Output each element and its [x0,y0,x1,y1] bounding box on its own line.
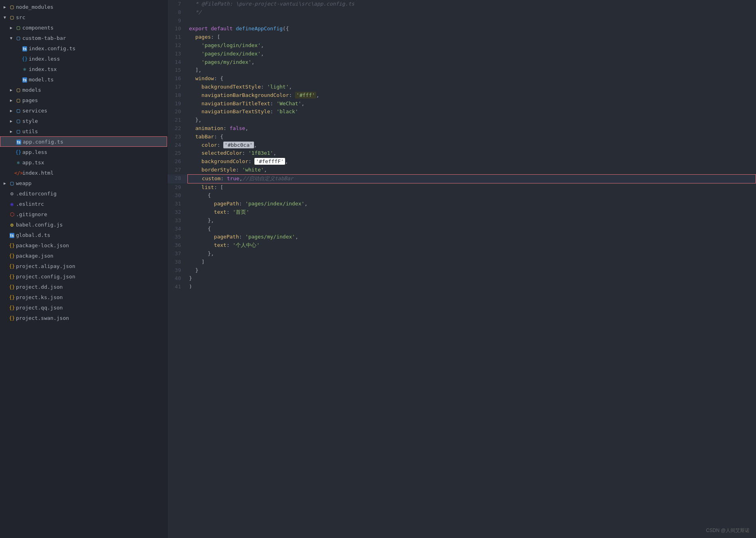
line-number: 29 [167,183,187,192]
line-content: custom: true,//启动自定义tabBar [187,174,756,183]
line-content: ) [187,283,756,291]
line-number: 11 [167,33,187,41]
tree-item-label: .eslintrc [16,201,167,207]
sidebar-item-utils[interactable]: ▶▢utils [0,126,167,136]
sidebar-item-index.tsx[interactable]: ⚛index.tsx [0,64,167,74]
line-number: 8 [167,8,187,17]
sidebar-item-src[interactable]: ▼▢src [0,12,167,22]
line-content: }, [187,217,756,225]
file-icon: {} [8,315,16,321]
sidebar-item-project.dd.json[interactable]: {}project.dd.json [0,282,167,292]
sidebar-item-app.less[interactable]: {}app.less [0,147,167,157]
sidebar-item-index.config.ts[interactable]: tsindex.config.ts [0,43,167,53]
sidebar-item-package.json[interactable]: {}package.json [0,250,167,261]
sidebar-item-babel.config.js[interactable]: ❂babel.config.js [0,219,167,230]
file-icon: {} [8,263,16,269]
code-editor: 7 * @FilePath: \pure-project-vantui\src\… [167,0,756,538]
sidebar-item-services[interactable]: ▶▢services [0,105,167,116]
sidebar-item-index.html[interactable]: </>index.html [0,168,167,178]
line-content: 'pages/index/index', [187,50,756,58]
line-content: navigationBarTextStyle: 'black' [187,108,756,116]
line-number: 38 [167,258,187,266]
tree-item-label: project.ks.json [16,294,167,300]
file-icon: {} [8,252,16,259]
tree-item-label: app.config.ts [23,139,167,145]
line-content: borderStyle: 'white', [187,166,756,174]
line-number: 40 [167,274,187,283]
code-line-11: 11 pages: [ [167,33,756,41]
line-content: export default defineAppConfig({ [187,25,756,33]
sidebar-item-model.ts[interactable]: tsmodel.ts [0,74,167,85]
sidebar-item-global.d.ts[interactable]: tsglobal.d.ts [0,230,167,240]
tree-item-label: weapp [16,180,167,186]
line-number: 31 [167,200,187,208]
code-line-8: 8 */ [167,8,756,17]
sidebar-item-project.qq.json[interactable]: {}project.qq.json [0,302,167,313]
sidebar-item-project.alipay.json[interactable]: {}project.alipay.json [0,261,167,271]
line-content: * @FilePath: \pure-project-vantui\src\ap… [187,0,756,8]
code-line-10: 10export default defineAppConfig({ [167,25,756,33]
line-content: ] [187,258,756,266]
code-line-21: 21 }, [167,116,756,124]
sidebar-item-components[interactable]: ▶▢components [0,22,167,33]
sidebar-item-app.tsx[interactable]: ⚛app.tsx [0,157,167,168]
folder-icon: ▢ [14,35,22,41]
line-content: } [187,274,756,283]
tree-item-label: index.less [29,56,167,62]
sidebar-item-project.ks.json[interactable]: {}project.ks.json [0,292,167,302]
sidebar-item-index.less[interactable]: {}index.less [0,53,167,64]
sidebar-item-project.swan.json[interactable]: {}project.swan.json [0,313,167,323]
tree-item-label: style [22,118,167,124]
sidebar-item-pages[interactable]: ▶▢pages [0,95,167,105]
tree-item-label: project.dd.json [16,284,167,290]
code-line-7: 7 * @FilePath: \pure-project-vantui\src\… [167,0,756,8]
tree-item-label: project.config.json [16,274,167,280]
sidebar-item-.gitignore[interactable]: ⬡.gitignore [0,209,167,219]
line-content: backgroundColor: '#fefffF', [187,158,756,166]
tree-arrow-icon: ▼ [8,36,14,40]
code-line-41: 41) [167,283,756,291]
line-number: 30 [167,191,187,200]
tree-item-label: package-lock.json [16,242,167,248]
folder-icon: ▢ [8,14,16,20]
sidebar-item-.eslintrc[interactable]: ◉.eslintrc [0,199,167,209]
file-icon: {} [8,284,16,290]
line-number: 27 [167,166,187,174]
tree-item-label: custom-tab-bar [22,35,167,41]
line-content: backgroundTextStyle: 'light', [187,83,756,91]
code-line-22: 22 animation: false, [167,124,756,133]
line-content: selectedColor: '1f83e1', [187,149,756,158]
sidebar-item-.editorconfig[interactable]: ⚙.editorconfig [0,188,167,199]
file-icon: ⚛ [14,159,22,166]
sidebar-item-project.config.json[interactable]: {}project.config.json [0,271,167,282]
tree-arrow-icon: ▶ [2,181,8,185]
tree-item-label: .editorconfig [16,191,167,197]
file-icon: {} [8,304,16,311]
sidebar-item-custom-tab-bar[interactable]: ▼▢custom-tab-bar [0,33,167,43]
code-line-38: 38 ] [167,258,756,266]
sidebar-item-app.config.ts[interactable]: tsapp.config.ts [0,136,167,147]
line-number: 26 [167,158,187,166]
code-line-18: 18 navigationBarBackgroundColor: '#fff', [167,91,756,100]
sidebar-item-node_modules[interactable]: ▶▢node_modules [0,2,167,12]
sidebar-item-package-lock.json[interactable]: {}package-lock.json [0,240,167,250]
line-number: 35 [167,233,187,241]
code-line-35: 35 pagePath: 'pages/my/index', [167,233,756,241]
line-number: 23 [167,133,187,141]
sidebar-item-models[interactable]: ▶▢models [0,85,167,95]
watermark: CSDN @人间艾斯诺 [706,527,750,534]
sidebar-item-style[interactable]: ▶▢style [0,116,167,126]
sidebar-item-weapp[interactable]: ▶▢weapp [0,178,167,188]
folder-icon: ▢ [14,118,22,124]
file-icon: ts [21,45,29,51]
line-content: window: { [187,75,756,83]
tree-item-label: .gitignore [16,211,167,217]
line-number: 16 [167,75,187,83]
tree-item-label: babel.config.js [16,222,167,228]
tree-item-label: pages [22,97,167,103]
file-icon: ◉ [8,201,16,207]
line-number: 10 [167,25,187,33]
line-content: color: '#bbc0ca', [187,141,756,150]
code-line-36: 36 text: '个人中心' [167,241,756,250]
line-number: 32 [167,208,187,217]
